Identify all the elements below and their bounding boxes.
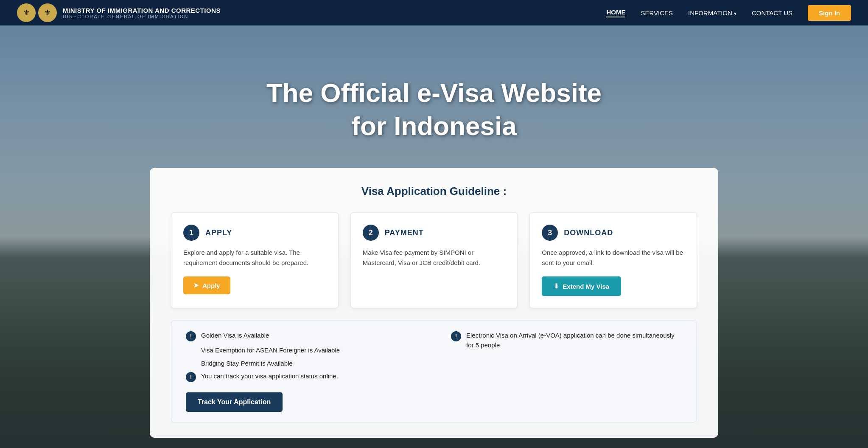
info-text-bridging: Bridging Stay Permit is Available bbox=[201, 359, 417, 369]
info-text-evoa: Electronic Visa on Arrival (e-VOA) appli… bbox=[466, 331, 682, 350]
step-payment-number: 2 bbox=[363, 225, 379, 241]
ministry-name: MINISTRY OF IMMIGRATION AND CORRECTIONS bbox=[63, 7, 221, 14]
nav-information[interactable]: INFORMATION bbox=[688, 9, 736, 17]
guideline-title: Visa Application Guideline : bbox=[171, 185, 697, 198]
info-item-evoa: ! Electronic Visa on Arrival (e-VOA) app… bbox=[451, 331, 682, 350]
download-icon: ⬇ bbox=[554, 282, 559, 290]
extend-visa-button[interactable]: ⬇ Extend My Visa bbox=[542, 276, 621, 296]
apply-button[interactable]: ➤ Apply bbox=[183, 276, 230, 294]
info-col-left: ! Golden Visa is Available Visa Exemptio… bbox=[186, 331, 417, 412]
send-icon: ➤ bbox=[193, 282, 199, 289]
step-download-desc: Once approved, a link to download the vi… bbox=[542, 248, 685, 268]
hero-title: The Official e-Visa Website for Indonesi… bbox=[266, 76, 602, 142]
hero-section: The Official e-Visa Website for Indonesi… bbox=[0, 25, 868, 448]
nav-services[interactable]: SERVICES bbox=[641, 9, 673, 17]
info-banner: ! Golden Visa is Available Visa Exemptio… bbox=[171, 320, 697, 423]
step-apply-number: 1 bbox=[183, 225, 199, 241]
guideline-card: Visa Application Guideline : 1 APPLY Exp… bbox=[150, 168, 718, 438]
step-payment-title: PAYMENT bbox=[385, 228, 424, 237]
step-payment: 2 PAYMENT Make Visa fee payment by SIMPO… bbox=[350, 212, 518, 308]
ministry-text: MINISTRY OF IMMIGRATION AND CORRECTIONS … bbox=[63, 7, 221, 19]
navbar-links: HOME SERVICES INFORMATION CONTACT US Sig… bbox=[606, 5, 851, 21]
step-apply: 1 APPLY Explore and apply for a suitable… bbox=[171, 212, 339, 308]
navbar: ⚜ ⚜ MINISTRY OF IMMIGRATION AND CORRECTI… bbox=[0, 0, 868, 25]
step-apply-title: APPLY bbox=[205, 228, 232, 237]
info-col-right: ! Electronic Visa on Arrival (e-VOA) app… bbox=[451, 331, 682, 412]
info-text-golden: Golden Visa is Available bbox=[201, 331, 269, 341]
step-apply-desc: Explore and apply for a suitable visa. T… bbox=[183, 248, 326, 268]
steps-row: 1 APPLY Explore and apply for a suitable… bbox=[171, 212, 697, 308]
nav-home[interactable]: HOME bbox=[606, 8, 625, 17]
step-download-title: DOWNLOAD bbox=[564, 228, 613, 237]
signin-button[interactable]: Sign In bbox=[808, 5, 851, 21]
navbar-brand: ⚜ ⚜ MINISTRY OF IMMIGRATION AND CORRECTI… bbox=[17, 3, 221, 22]
emblem-left: ⚜ bbox=[17, 3, 36, 22]
info-text-asean: Visa Exemption for ASEAN Foreigner is Av… bbox=[201, 346, 417, 355]
step-download-number: 3 bbox=[542, 225, 558, 241]
emblem-right: ⚜ bbox=[38, 3, 57, 22]
step-payment-header: 2 PAYMENT bbox=[363, 225, 506, 241]
step-download-header: 3 DOWNLOAD bbox=[542, 225, 685, 241]
track-application-button[interactable]: Track Your Application bbox=[186, 392, 283, 412]
info-text-track: You can track your visa application stat… bbox=[201, 372, 338, 381]
step-download: 3 DOWNLOAD Once approved, a link to down… bbox=[529, 212, 697, 308]
chevron-down-icon bbox=[734, 9, 736, 17]
info-item-track: ! You can track your visa application st… bbox=[186, 372, 417, 382]
nav-contact[interactable]: CONTACT US bbox=[752, 9, 792, 17]
logo-emblems: ⚜ ⚜ bbox=[17, 3, 57, 22]
step-payment-desc: Make Visa fee payment by SIMPONI or Mast… bbox=[363, 248, 506, 268]
exclamation-icon-1: ! bbox=[186, 331, 196, 341]
step-apply-header: 1 APPLY bbox=[183, 225, 326, 241]
exclamation-icon-3: ! bbox=[451, 331, 461, 341]
ministry-sub: DIRECTORATE GENERAL OF IMMIGRATION bbox=[63, 14, 221, 19]
exclamation-icon-2: ! bbox=[186, 372, 196, 382]
info-item-golden: ! Golden Visa is Available bbox=[186, 331, 417, 341]
